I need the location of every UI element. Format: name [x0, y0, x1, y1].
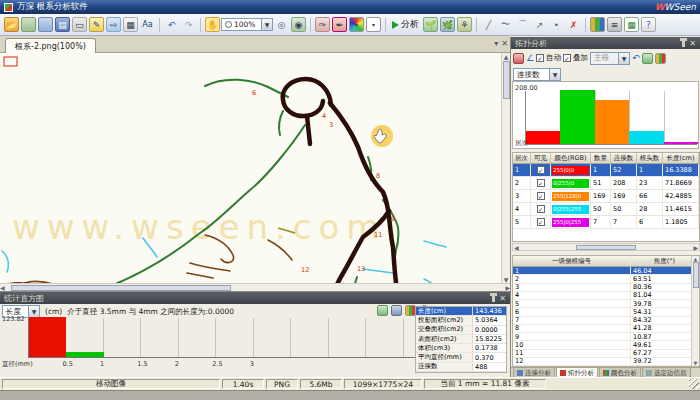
draw-arrow-icon[interactable]: ↗: [532, 17, 547, 32]
stats-row[interactable]: 投影面积(cm2)5.0364: [416, 316, 506, 325]
stats-row[interactable]: 体积(cm3)0.1738: [416, 344, 506, 353]
import-icon[interactable]: [21, 17, 36, 32]
export-excel-icon[interactable]: [377, 305, 388, 316]
angle-tool-icon[interactable]: ∠: [526, 53, 534, 63]
root-select[interactable]: 主根 ▼: [590, 52, 630, 65]
save-icon[interactable]: ▤: [55, 17, 70, 32]
auto-checkbox[interactable]: ✓: [536, 54, 544, 62]
print-icon[interactable]: ▭: [72, 17, 87, 32]
table-row[interactable]: 4✓0|255|25550502811.4615: [513, 203, 699, 216]
table-grid-icon[interactable]: ▦: [624, 17, 639, 32]
save-chart-icon[interactable]: [391, 305, 402, 316]
table-row[interactable]: 3✓255|128|01691696642.4885: [513, 190, 699, 203]
stats-row[interactable]: 长度(cm)143.436: [416, 307, 506, 316]
draw-arc-icon[interactable]: ⌒: [515, 17, 530, 32]
topology-panel-header: 拓扑分析 ✕: [511, 37, 700, 49]
open-file-icon[interactable]: 📂: [4, 17, 19, 32]
help-icon[interactable]: ?: [641, 17, 656, 32]
draw-curve-icon[interactable]: 〜: [498, 17, 513, 32]
root-tool-2-icon[interactable]: 🌿: [440, 17, 455, 32]
cell-root-number: 1: [513, 267, 631, 275]
close-document-icon[interactable]: ✕: [501, 39, 508, 48]
resize-grip[interactable]: [689, 379, 699, 389]
scrollbar-thumb[interactable]: [576, 245, 636, 250]
table-row[interactable]: 5✓255|0|2557761.1805: [513, 216, 699, 229]
cell-visible: ✓: [531, 216, 551, 228]
cell-visible: ✓: [531, 177, 551, 189]
table-row[interactable]: 1239.72: [513, 358, 699, 366]
cell-root-number: 8: [513, 324, 631, 332]
pin-icon[interactable]: [492, 295, 495, 302]
image-canvas[interactable]: www.wseen.com: [0, 53, 510, 291]
export-icon[interactable]: ⇨: [106, 17, 121, 32]
level-table-hscrollbar[interactable]: ◀▶: [512, 243, 700, 251]
zoom-out-icon[interactable]: ◎: [274, 17, 289, 32]
chart-bar: [629, 131, 663, 144]
document-tab-row: 根系-2.png(100%) ▾ ✕: [0, 36, 510, 53]
draw-line-icon[interactable]: ╱: [481, 17, 496, 32]
angle-table-vscrollbar[interactable]: ▲▼: [691, 256, 699, 366]
visible-checkbox[interactable]: ✓: [537, 218, 545, 226]
column-header: 角度(°): [631, 256, 699, 266]
cell-color: 0|255|0: [551, 177, 591, 189]
redo-icon[interactable]: ↷: [181, 17, 196, 32]
leaf-tool-icon[interactable]: ⚘: [457, 17, 472, 32]
draw-point-icon[interactable]: •: [549, 17, 564, 32]
stats-row[interactable]: 平均直径(mm)0.370: [416, 353, 506, 362]
measure-icon[interactable]: ✑: [315, 17, 330, 32]
zoom-combo[interactable]: 100% ▼: [221, 18, 273, 31]
status-time: 1.40s: [222, 379, 264, 389]
analyze-button[interactable]: 分析: [389, 18, 422, 31]
combo-arrow-icon[interactable]: ▼: [549, 69, 560, 80]
text-tool-icon[interactable]: Aa: [140, 17, 155, 32]
close-panel-icon[interactable]: ✕: [499, 294, 506, 303]
save-all-icon[interactable]: [38, 17, 53, 32]
canvas-horizontal-scrollbar[interactable]: ◀▶: [0, 283, 510, 291]
document-tab[interactable]: 根系-2.png(100%): [5, 38, 96, 53]
chart-icon[interactable]: [655, 53, 666, 64]
mark-icon[interactable]: ✒: [332, 17, 347, 32]
canvas-vertical-scrollbar[interactable]: ▲▼: [501, 53, 510, 283]
edit-pencil-icon[interactable]: ✎: [89, 17, 104, 32]
cell-root-number: 3: [513, 283, 631, 291]
palette-dropdown-icon[interactable]: ▾: [349, 17, 364, 32]
topology-metric-select[interactable]: 连接数 ▼: [513, 68, 561, 81]
undo-icon[interactable]: ↶: [164, 17, 179, 32]
scrollbar-thumb[interactable]: [693, 262, 699, 288]
cell-color: 255|0|0: [551, 164, 591, 176]
visible-checkbox[interactable]: ✓: [537, 179, 545, 187]
visible-checkbox[interactable]: ✓: [537, 205, 545, 213]
undo-icon[interactable]: ↶: [632, 53, 640, 63]
visible-checkbox[interactable]: ✓: [537, 192, 545, 200]
scrollbar-thumb[interactable]: [503, 61, 510, 99]
combo-arrow-icon[interactable]: ▼: [28, 306, 39, 317]
table-row[interactable]: 2✓0|255|0512082371.8669: [513, 177, 699, 190]
stats-row[interactable]: 连接数488: [416, 363, 506, 372]
view-eye-icon[interactable]: ◉: [291, 17, 306, 32]
tab-list-dropdown-icon[interactable]: ▾: [494, 39, 498, 48]
visible-checkbox[interactable]: ✓: [537, 166, 545, 174]
stats-row[interactable]: 交叠面积(cm2)0.0000: [416, 326, 506, 335]
stats-row[interactable]: 表面积(cm2)15.8225: [416, 335, 506, 344]
hist-x-axis-label: 直径(mm): [2, 360, 33, 369]
close-panel-icon[interactable]: ✕: [689, 39, 696, 48]
cell-angle: 84.32: [631, 316, 699, 324]
chart-bars-icon[interactable]: [590, 17, 605, 32]
combo-arrow-icon[interactable]: ▼: [618, 53, 629, 64]
image-adjust-icon[interactable]: ▦: [123, 17, 138, 32]
magnifier-icon: [225, 21, 232, 28]
chart-stats-icon[interactable]: ≡: [607, 17, 622, 32]
zoom-combo-arrow[interactable]: ▼: [261, 19, 272, 30]
pan-hand-tool-icon[interactable]: ✋: [205, 17, 220, 32]
histogram-info-text: 介于直径 3.5mm 与 4mm 之间的长度为:0.0000: [67, 307, 234, 317]
play-icon: [392, 21, 399, 29]
root-tool-1-icon[interactable]: 🌱: [423, 17, 438, 32]
delete-mark-icon[interactable]: ✗: [566, 17, 581, 32]
pin-icon[interactable]: [682, 40, 685, 47]
layer-grid-icon[interactable]: [513, 53, 524, 64]
scrollbar-thumb[interactable]: [11, 285, 231, 291]
overlay-checkbox[interactable]: ✓: [563, 54, 571, 62]
table-row[interactable]: 1✓255|0|0152116.3388: [513, 164, 699, 177]
export-excel-icon[interactable]: [642, 53, 653, 64]
shape-dropdown-icon[interactable]: ▾: [366, 17, 381, 32]
